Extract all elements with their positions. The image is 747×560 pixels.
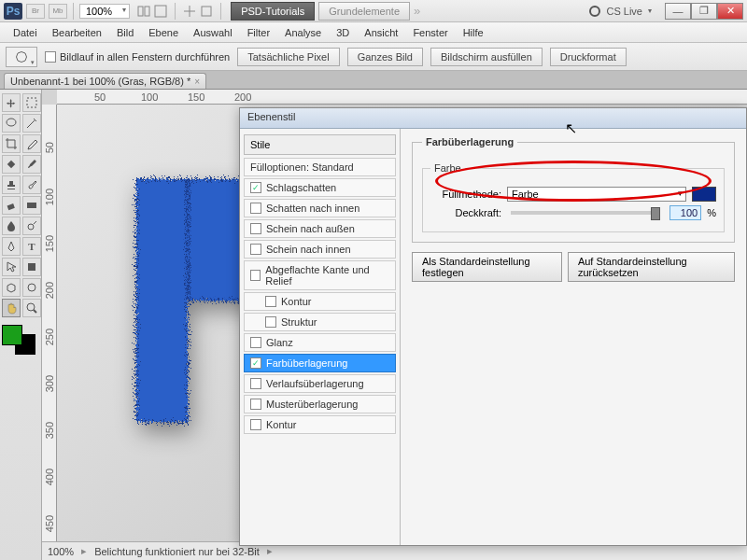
menu-fenster[interactable]: Fenster [405,24,455,41]
style-checkbox[interactable] [250,203,261,214]
menu-ebene[interactable]: Ebene [141,24,186,41]
style-checkbox[interactable] [250,378,261,389]
style-list-header[interactable]: Stile [244,134,396,155]
zoom-dropdown[interactable]: 100% [79,4,130,19]
style-item[interactable]: Glanz [244,333,396,352]
zoom-tool[interactable] [22,299,41,317]
status-zoom[interactable]: 100% [48,546,74,557]
type-tool[interactable]: T [22,237,41,256]
style-item[interactable]: ✓Schlagschatten [244,178,396,197]
maximize-button[interactable]: ❐ [691,3,717,20]
blend-mode-select[interactable]: Farbe [507,187,686,202]
style-checkbox[interactable]: ✓ [250,182,261,193]
style-item-label: Verlaufsüberlagerung [266,378,364,389]
gradient-tool[interactable] [22,196,41,215]
menu-filter[interactable]: Filter [240,24,277,41]
path-select-tool[interactable] [2,258,21,276]
style-item[interactable]: Schein nach außen [244,219,396,238]
opacity-unit: % [707,207,716,218]
color-swatch[interactable] [692,187,716,202]
menu-bild[interactable]: Bild [109,24,141,41]
style-checkbox[interactable] [250,270,261,281]
close-icon[interactable]: × [194,77,200,87]
heal-tool[interactable] [2,155,21,174]
style-checkbox[interactable] [250,244,261,255]
style-item[interactable]: Schein nach innen [244,240,396,259]
menu-auswahl[interactable]: Auswahl [186,24,240,41]
style-checkbox[interactable] [265,316,276,328]
reset-default-button[interactable]: Auf Standardeinstellung zurücksetzen [568,252,735,282]
style-item-label: Schatten nach innen [266,203,359,214]
style-item-blend-options[interactable]: Fülloptionen: Standard [244,158,396,176]
close-button[interactable]: ✕ [717,3,743,20]
hand-tool[interactable] [2,299,21,317]
color-swatches[interactable] [2,325,35,355]
menu-ansicht[interactable]: Ansicht [357,24,405,41]
style-item[interactable]: ✓Farbüberlagerung [244,354,396,372]
workspace-other[interactable]: Grundelemente [318,2,410,21]
style-item[interactable]: Kontur [244,292,396,311]
minibridge-button[interactable]: Mb [49,4,67,19]
fit-screen-button[interactable]: Ganzes Bild [347,48,423,66]
fill-screen-button[interactable]: Bildschirm ausfüllen [430,48,543,66]
style-checkbox[interactable] [250,337,261,348]
eyedropper-tool[interactable] [22,134,41,153]
dodge-tool[interactable] [22,217,41,235]
chevron-down-icon[interactable]: ▾ [648,7,652,15]
opacity-label: Deckkraft: [430,207,501,218]
tool-preset-picker[interactable] [6,47,37,67]
marquee-tool[interactable] [22,93,41,112]
style-checkbox[interactable] [250,419,261,430]
crop-tool[interactable] [2,134,21,153]
document-tab[interactable]: Unbenannt-1 bei 100% (Gras, RGB/8) * × [4,73,206,89]
opacity-input[interactable]: 100 [669,205,701,220]
style-item-label: Struktur [281,316,317,328]
guides-icon[interactable] [200,5,213,18]
group-title: Farbe [430,162,465,174]
style-item[interactable]: Kontur [244,415,396,434]
make-default-button[interactable]: Als Standardeinstellung festlegen [412,252,562,282]
style-list: Stile Fülloptionen: Standard ✓Schlagscha… [240,129,401,545]
style-item[interactable]: Abgeflachte Kante und Relief [244,260,396,290]
style-item[interactable]: Struktur [244,313,396,331]
chevron-right-icon[interactable]: » [414,4,420,18]
minimize-button[interactable]: — [665,3,691,20]
style-checkbox[interactable] [265,296,276,307]
style-checkbox[interactable]: ✓ [250,357,261,369]
extras-icon[interactable] [183,5,196,18]
bridge-button[interactable]: Br [26,4,45,19]
arrange-icon[interactable] [137,5,150,18]
eraser-tool[interactable] [2,196,21,215]
stamp-tool[interactable] [2,175,21,194]
print-size-button[interactable]: Druckformat [550,48,627,66]
style-item[interactable]: Musterüberlagerung [244,395,396,413]
workspace-active[interactable]: PSD-Tutorials [231,2,315,21]
layer-style-dialog: Ebenenstil Stile Fülloptionen: Standard … [239,107,747,546]
menu-hilfe[interactable]: Hilfe [456,24,491,41]
history-brush-tool[interactable] [22,175,41,194]
style-checkbox[interactable] [250,223,261,234]
brush-tool[interactable] [22,155,41,174]
lasso-tool[interactable] [2,114,21,133]
menu-bearbeiten[interactable]: Bearbeiten [45,24,109,41]
dialog-title[interactable]: Ebenenstil [240,108,746,129]
menu-datei[interactable]: Datei [6,24,45,41]
move-tool[interactable] [2,93,21,112]
scroll-all-checkbox[interactable] [45,51,56,63]
menu-analyse[interactable]: Analyse [277,24,329,41]
style-item[interactable]: Verlaufsüberlagerung [244,374,396,393]
cslive-label[interactable]: CS Live [606,6,642,17]
opacity-slider[interactable] [511,211,660,215]
screenmode-icon[interactable] [154,5,167,18]
3d-tool[interactable] [2,278,21,297]
wand-tool[interactable] [22,114,41,133]
foreground-color-swatch[interactable] [2,325,22,345]
style-item[interactable]: Schatten nach innen [244,199,396,217]
pen-tool[interactable] [2,237,21,256]
menu-3d[interactable]: 3D [329,24,357,41]
style-checkbox[interactable] [250,399,261,410]
blur-tool[interactable] [2,217,21,235]
3d-camera-tool[interactable] [22,278,41,297]
shape-tool[interactable] [22,258,41,276]
actual-pixels-button[interactable]: Tatsächliche Pixel [237,48,339,66]
